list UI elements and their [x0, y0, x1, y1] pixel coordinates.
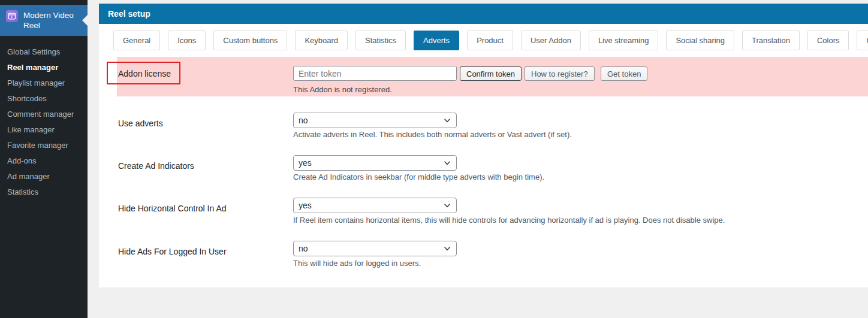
sidebar-item-shortcodes[interactable]: Shortcodes: [0, 91, 88, 107]
hide-ads-logged-in-label: Hide Ads For Logged In User: [118, 246, 227, 258]
token-input[interactable]: [293, 66, 457, 81]
tab-social-sharing[interactable]: Social sharing: [666, 31, 734, 50]
use-adverts-select[interactable]: no: [293, 113, 457, 128]
sidebar-menu: Global Settings Reel manager Playlist ma…: [0, 44, 88, 200]
how-to-register-button[interactable]: How to register?: [525, 66, 595, 81]
current-menu-arrow-icon: [82, 15, 88, 26]
tab-statistics[interactable]: Statistics: [355, 31, 406, 50]
sidebar-item-comment-manager[interactable]: Comment manager: [0, 107, 88, 122]
get-token-button[interactable]: Get token: [601, 66, 647, 81]
use-adverts-label: Use adverts: [118, 117, 163, 129]
tab-product[interactable]: Product: [467, 31, 513, 50]
tab-user-addon[interactable]: User Addon: [521, 31, 581, 50]
use-adverts-select-wrap: no: [293, 113, 457, 128]
create-ad-indicators-label: Create Ad Indicators: [118, 160, 194, 172]
sidebar-item-ad-manager[interactable]: Ad manager: [0, 169, 88, 184]
tab-live-streaming[interactable]: Live streaming: [589, 31, 659, 50]
sidebar-item-favorite-manager[interactable]: Favorite manager: [0, 138, 88, 153]
tab-keyboard[interactable]: Keyboard: [295, 31, 348, 50]
confirm-token-button[interactable]: Confirm token: [460, 66, 522, 81]
tab-colors[interactable]: Colors: [807, 31, 849, 50]
tab-general[interactable]: General: [113, 31, 160, 50]
sidebar-item-like-manager[interactable]: Like manager: [0, 122, 88, 138]
red-annotation-box: [107, 62, 180, 84]
create-ad-indicators-select-wrap: yes: [293, 155, 457, 171]
sidebar-item-statistics[interactable]: Statistics: [0, 184, 88, 200]
hide-horizontal-control-help: If Reel item contains horizontal items, …: [293, 216, 725, 225]
settings-tabs: General Icons Custom buttons Keyboard St…: [113, 31, 868, 50]
sidebar-item-global-settings[interactable]: Global Settings: [0, 44, 88, 60]
sidebar-item-add-ons[interactable]: Add-ons: [0, 153, 88, 169]
tab-custom-buttons[interactable]: Custom buttons: [213, 31, 287, 50]
tab-translation[interactable]: Translation: [742, 31, 800, 50]
hide-horizontal-control-select[interactable]: yes: [293, 198, 457, 213]
tab-custom-css[interactable]: Custom css: [857, 31, 868, 50]
sidebar-item-reel-manager[interactable]: Reel manager: [0, 60, 88, 75]
video-reel-icon: [6, 10, 18, 22]
tab-adverts[interactable]: Adverts: [414, 31, 459, 50]
hide-horizontal-control-label: Hide Horizontal Control In Ad: [118, 202, 227, 214]
page-title: Reel setup: [99, 4, 868, 24]
create-ad-indicators-select[interactable]: yes: [293, 155, 457, 171]
hide-ads-logged-in-select[interactable]: no: [293, 241, 457, 256]
admin-sidebar: Modern Video Reel Global Settings Reel m…: [0, 0, 88, 318]
license-status-text: This Addon is not registered.: [293, 85, 392, 94]
sidebar-item-playlist-manager[interactable]: Playlist manager: [0, 75, 88, 91]
sidebar-plugin-item[interactable]: Modern Video Reel: [0, 5, 88, 36]
sidebar-plugin-title: Modern Video Reel: [23, 10, 79, 31]
hide-horizontal-control-select-wrap: yes: [293, 198, 457, 213]
reel-setup-panel: Reel setup General Icons Custom buttons …: [99, 4, 868, 287]
hide-ads-logged-in-help: This will hide ads for logged in users.: [293, 259, 421, 268]
hide-ads-logged-in-select-wrap: no: [293, 241, 457, 256]
tab-icons[interactable]: Icons: [168, 31, 206, 50]
create-ad-indicators-help: Create Ad Indicators in seekbar (for mid…: [293, 172, 544, 181]
use-adverts-help: Activate adverts in Reel. This includes …: [293, 130, 572, 139]
